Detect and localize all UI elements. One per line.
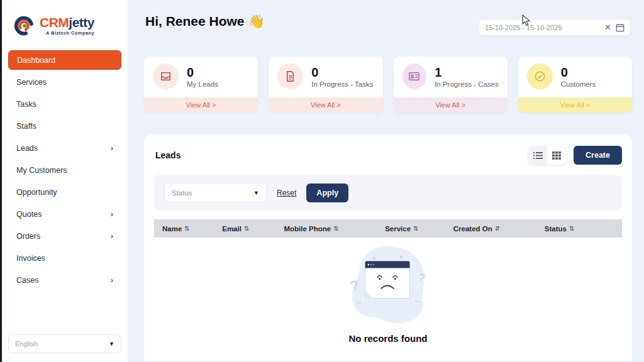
sidebar-item-services[interactable]: Services [8,72,121,92]
stat-card-label: Customers [561,80,596,88]
stat-card-label: In Progress - Tasks [311,80,373,88]
stat-card: 0In Progress - TasksView All > [269,57,382,112]
list-view-button[interactable] [528,146,547,165]
sidebar-item-orders[interactable]: Orders› [8,226,121,246]
sort-icon[interactable]: ⇵ [495,225,500,232]
date-range-value: 15-10-2025 - 15-10-2025 [485,24,600,31]
stat-card-value: 0 [311,65,373,79]
date-range-picker[interactable]: 15-10-2025 - 15-10-2025 ✕ [479,19,631,36]
leads-panel: Leads [144,134,632,362]
sort-icon[interactable]: ⇅ [413,225,418,232]
stat-card-label: My Leads [187,80,218,88]
sidebar-item-label: Services [16,78,47,87]
sidebar-nav: DashboardServicesTasksStaffsLeads›My Cus… [8,50,121,290]
column-label: Email [222,225,242,233]
stat-cards-row: 0My LeadsView All >0In Progress - TasksV… [144,57,632,112]
view-all-link[interactable]: View All > [394,97,508,112]
apply-button[interactable]: Apply [306,184,348,202]
sidebar-item-opportunity[interactable]: Opportunity [8,182,121,202]
sidebar-item-label: Orders [16,232,40,241]
column-header-name: Name⇅ [154,225,214,233]
stat-card: 1In Progress - CasesView All > [394,57,508,112]
sidebar-item-dashboard[interactable]: Dashboard [8,50,121,70]
crmjetty-logo: CRMjetty A Biztech Company [8,9,121,50]
status-filter-value: Status [172,189,192,197]
create-button[interactable]: Create [574,146,622,165]
sidebar-item-invoices[interactable]: Invoices [8,248,121,268]
column-label: Created On [453,225,492,233]
chevron-right-icon: › [111,276,113,285]
stat-card-value: 0 [561,65,596,79]
language-select[interactable]: English ▼ [8,334,121,353]
empty-state-text: No records found [144,333,632,344]
column-header-status: Status⇅ [536,225,622,233]
sidebar-item-my-customers[interactable]: My Customers [8,160,121,180]
sidebar-item-tasks[interactable]: Tasks [8,94,121,114]
sidebar-item-label: Tasks [16,100,36,109]
crmjetty-logo-icon [12,14,36,38]
leads-panel-title: Leads [155,150,528,160]
wave-emoji: 👋 [248,14,264,28]
sort-icon[interactable]: ⇅ [569,225,574,232]
calendar-icon[interactable] [616,23,625,32]
stat-card-value: 0 [187,65,218,79]
sort-icon[interactable]: ⇅ [244,225,249,232]
logo-brand-crm: CRM [40,15,69,30]
chevron-right-icon: › [111,210,113,219]
column-label: Name [162,225,182,233]
logo-brand-jetty: jetty [69,15,94,30]
chevron-right-icon: › [111,232,113,241]
leads-table-header: Name⇅Email⇅Mobile Phone⇅Service⇅Created … [154,219,622,238]
chevron-down-icon: ▼ [109,341,114,347]
column-label: Mobile Phone [284,225,331,233]
view-all-link[interactable]: View All > [144,97,258,112]
logo-tagline: A Biztech Company [40,31,94,36]
sidebar-item-label: Invoices [16,254,45,263]
grid-view-button[interactable] [547,146,566,165]
no-records-illustration: ? ? [338,243,438,329]
column-header-created-on: Created On⇵ [445,225,536,233]
language-select-value: English [15,340,38,348]
sidebar-item-label: Cases [16,276,38,285]
sort-icon[interactable]: ⇅ [184,225,189,232]
chevron-down-icon: ▼ [253,190,259,196]
stat-card-value: 1 [435,65,499,79]
empty-state: ? ? [144,238,632,344]
grid-view-icon [552,151,561,160]
stat-card-label: In Progress - Cases [435,80,499,88]
sort-icon[interactable]: ⇅ [333,225,338,232]
crm-dashboard-app: CRMjetty A Biztech Company DashboardServ… [0,0,644,362]
view-all-link[interactable]: View All > [269,97,382,112]
clear-date-icon[interactable]: ✕ [600,23,616,32]
list-view-icon [533,151,543,160]
inbox-icon [153,63,179,89]
sidebar-item-leads[interactable]: Leads› [8,138,121,158]
view-toggle [528,146,566,165]
sidebar-item-quotes[interactable]: Quotes› [8,204,121,224]
id-card-icon [402,63,427,89]
stat-card: 0CustomersView All > [518,57,632,112]
sidebar-item-staffs[interactable]: Staffs [8,116,121,136]
chevron-right-icon: › [111,144,113,153]
stat-card: 0My LeadsView All > [144,57,258,112]
sidebar-item-cases[interactable]: Cases› [8,270,121,290]
reset-link[interactable]: Reset [277,189,296,197]
column-label: Status [545,225,567,233]
column-header-mobile-phone: Mobile Phone⇅ [275,225,377,233]
column-header-service: Service⇅ [377,225,445,233]
sidebar-item-label: Quotes [16,210,42,219]
sidebar-item-label: Staffs [16,122,36,131]
sidebar-item-label: My Customers [16,166,67,175]
view-all-link[interactable]: View All > [518,97,632,112]
column-label: Service [385,225,411,233]
status-filter-select[interactable]: Status ▼ [164,183,267,202]
sidebar-item-label: Dashboard [17,56,55,65]
leads-filter-bar: Status ▼ Reset Apply [154,175,622,211]
column-header-email: Email⇅ [214,225,275,233]
sidebar-item-label: Leads [16,144,38,153]
sidebar: CRMjetty A Biztech Company DashboardServ… [2,0,128,362]
page-greeting: Hi, Renee Howe 👋 [145,14,265,29]
document-icon [277,63,303,89]
sidebar-item-label: Opportunity [16,188,57,197]
check-circle-icon [527,63,553,89]
